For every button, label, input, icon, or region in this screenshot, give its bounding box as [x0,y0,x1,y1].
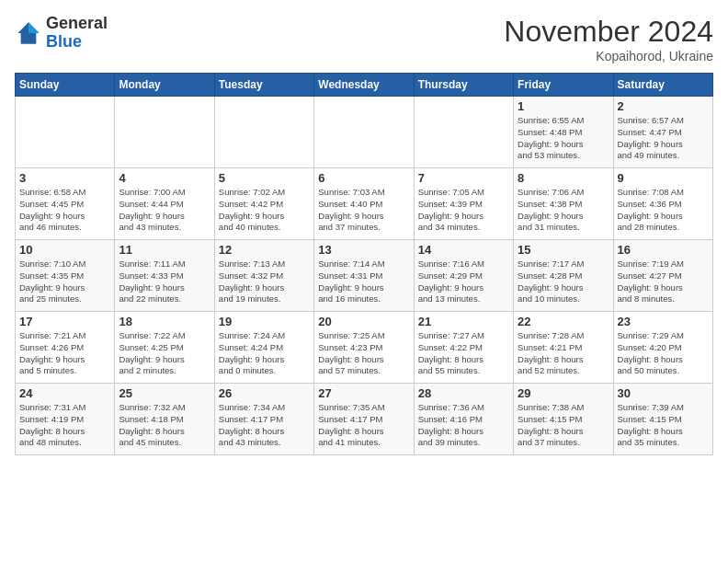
calendar-table: SundayMondayTuesdayWednesdayThursdayFrid… [15,73,713,455]
day-number: 18 [119,315,210,328]
day-detail: Sunrise: 7:05 AM Sunset: 4:39 PM Dayligh… [418,187,509,234]
day-detail: Sunrise: 7:29 AM Sunset: 4:20 PM Dayligh… [618,330,709,377]
day-detail: Sunrise: 7:19 AM Sunset: 4:27 PM Dayligh… [618,259,709,305]
day-number: 6 [318,171,409,185]
day-detail: Sunrise: 7:02 AM Sunset: 4:42 PM Dayligh… [219,187,310,234]
calendar-cell: 22Sunrise: 7:28 AM Sunset: 4:21 PM Dayli… [514,312,613,384]
day-number: 25 [119,386,210,400]
calendar-cell: 6Sunrise: 7:03 AM Sunset: 4:40 PM Daylig… [314,168,414,240]
day-number: 4 [119,171,210,185]
calendar-cell: 13Sunrise: 7:14 AM Sunset: 4:31 PM Dayli… [314,240,414,312]
calendar-cell: 5Sunrise: 7:02 AM Sunset: 4:42 PM Daylig… [214,168,313,240]
day-detail: Sunrise: 7:17 AM Sunset: 4:28 PM Dayligh… [518,259,609,305]
calendar-cell: 18Sunrise: 7:22 AM Sunset: 4:25 PM Dayli… [115,312,214,384]
day-number: 15 [518,243,609,257]
day-detail: Sunrise: 7:27 AM Sunset: 4:22 PM Dayligh… [418,330,509,377]
calendar-cell: 1Sunrise: 6:55 AM Sunset: 4:48 PM Daylig… [514,97,613,168]
day-number: 16 [618,243,709,257]
calendar-cell: 15Sunrise: 7:17 AM Sunset: 4:28 PM Dayli… [514,240,613,312]
calendar-cell: 25Sunrise: 7:32 AM Sunset: 4:18 PM Dayli… [115,384,214,455]
day-number: 20 [318,315,409,328]
day-detail: Sunrise: 7:16 AM Sunset: 4:29 PM Dayligh… [418,259,509,305]
page: General Blue November 2024 Kopaihorod, U… [0,0,728,465]
calendar-cell: 29Sunrise: 7:38 AM Sunset: 4:15 PM Dayli… [514,384,613,455]
day-detail: Sunrise: 7:13 AM Sunset: 4:32 PM Dayligh… [219,259,310,305]
col-header-thursday: Thursday [414,74,513,97]
day-detail: Sunrise: 6:58 AM Sunset: 4:45 PM Dayligh… [19,187,110,234]
day-number: 1 [518,99,609,113]
calendar-cell: 28Sunrise: 7:36 AM Sunset: 4:16 PM Dayli… [414,384,513,455]
day-detail: Sunrise: 7:03 AM Sunset: 4:40 PM Dayligh… [318,187,409,234]
calendar-cell: 21Sunrise: 7:27 AM Sunset: 4:22 PM Dayli… [414,312,513,384]
day-detail: Sunrise: 7:31 AM Sunset: 4:19 PM Dayligh… [19,402,110,449]
day-detail: Sunrise: 7:36 AM Sunset: 4:16 PM Dayligh… [418,402,509,449]
day-detail: Sunrise: 7:10 AM Sunset: 4:35 PM Dayligh… [19,259,110,305]
day-detail: Sunrise: 7:24 AM Sunset: 4:24 PM Dayligh… [219,330,310,377]
day-detail: Sunrise: 7:32 AM Sunset: 4:18 PM Dayligh… [119,402,210,449]
calendar-cell: 27Sunrise: 7:35 AM Sunset: 4:17 PM Dayli… [314,384,414,455]
day-detail: Sunrise: 7:25 AM Sunset: 4:23 PM Dayligh… [318,330,409,377]
day-number: 27 [318,386,409,400]
logo: General Blue [15,15,108,52]
day-number: 29 [518,386,609,400]
week-row-2: 3Sunrise: 6:58 AM Sunset: 4:45 PM Daylig… [16,168,713,240]
week-row-5: 24Sunrise: 7:31 AM Sunset: 4:19 PM Dayli… [16,384,713,455]
day-detail: Sunrise: 7:21 AM Sunset: 4:26 PM Dayligh… [19,330,110,377]
day-detail: Sunrise: 7:39 AM Sunset: 4:15 PM Dayligh… [618,402,709,449]
calendar-cell: 11Sunrise: 7:11 AM Sunset: 4:33 PM Dayli… [115,240,214,312]
day-detail: Sunrise: 7:11 AM Sunset: 4:33 PM Dayligh… [119,259,210,305]
day-number: 24 [19,386,110,400]
day-number: 30 [618,386,709,400]
calendar-cell: 7Sunrise: 7:05 AM Sunset: 4:39 PM Daylig… [414,168,513,240]
day-number: 9 [618,171,709,185]
day-detail: Sunrise: 7:28 AM Sunset: 4:21 PM Dayligh… [518,330,609,377]
col-header-friday: Friday [514,74,613,97]
day-number: 22 [518,315,609,328]
calendar-cell: 14Sunrise: 7:16 AM Sunset: 4:29 PM Dayli… [414,240,513,312]
calendar-cell [16,97,115,168]
day-number: 14 [418,243,509,257]
calendar-cell: 20Sunrise: 7:25 AM Sunset: 4:23 PM Dayli… [314,312,414,384]
logo-icon [15,19,42,47]
calendar-cell: 30Sunrise: 7:39 AM Sunset: 4:15 PM Dayli… [613,384,712,455]
day-detail: Sunrise: 6:57 AM Sunset: 4:47 PM Dayligh… [618,115,709,162]
week-row-3: 10Sunrise: 7:10 AM Sunset: 4:35 PM Dayli… [16,240,713,312]
svg-marker-1 [28,22,40,33]
calendar-cell: 2Sunrise: 6:57 AM Sunset: 4:47 PM Daylig… [613,97,712,168]
col-header-monday: Monday [115,74,214,97]
location-subtitle: Kopaihorod, Ukraine [504,49,713,63]
day-number: 10 [19,243,110,257]
day-number: 12 [219,243,310,257]
day-detail: Sunrise: 7:38 AM Sunset: 4:15 PM Dayligh… [518,402,609,449]
calendar-cell: 8Sunrise: 7:06 AM Sunset: 4:38 PM Daylig… [514,168,613,240]
day-number: 28 [418,386,509,400]
day-number: 11 [119,243,210,257]
calendar-cell: 4Sunrise: 7:00 AM Sunset: 4:44 PM Daylig… [115,168,214,240]
day-number: 19 [219,315,310,328]
day-number: 8 [518,171,609,185]
day-number: 23 [618,315,709,328]
header: General Blue November 2024 Kopaihorod, U… [15,15,713,63]
calendar-cell: 23Sunrise: 7:29 AM Sunset: 4:20 PM Dayli… [613,312,712,384]
week-row-4: 17Sunrise: 7:21 AM Sunset: 4:26 PM Dayli… [16,312,713,384]
day-number: 7 [418,171,509,185]
calendar-cell: 3Sunrise: 6:58 AM Sunset: 4:45 PM Daylig… [16,168,115,240]
calendar-cell: 16Sunrise: 7:19 AM Sunset: 4:27 PM Dayli… [613,240,712,312]
logo-general: General [46,14,108,32]
logo-text: General Blue [46,15,108,52]
day-detail: Sunrise: 7:35 AM Sunset: 4:17 PM Dayligh… [318,402,409,449]
day-number: 2 [618,99,709,113]
day-number: 5 [219,171,310,185]
col-header-tuesday: Tuesday [214,74,313,97]
day-detail: Sunrise: 6:55 AM Sunset: 4:48 PM Dayligh… [518,115,609,162]
calendar-cell [314,97,414,168]
day-number: 3 [19,171,110,185]
day-detail: Sunrise: 7:34 AM Sunset: 4:17 PM Dayligh… [219,402,310,449]
col-header-wednesday: Wednesday [314,74,414,97]
calendar-cell: 9Sunrise: 7:08 AM Sunset: 4:36 PM Daylig… [613,168,712,240]
calendar-cell: 24Sunrise: 7:31 AM Sunset: 4:19 PM Dayli… [16,384,115,455]
day-detail: Sunrise: 7:22 AM Sunset: 4:25 PM Dayligh… [119,330,210,377]
calendar-cell [214,97,313,168]
header-row: SundayMondayTuesdayWednesdayThursdayFrid… [16,74,713,97]
week-row-1: 1Sunrise: 6:55 AM Sunset: 4:48 PM Daylig… [16,97,713,168]
